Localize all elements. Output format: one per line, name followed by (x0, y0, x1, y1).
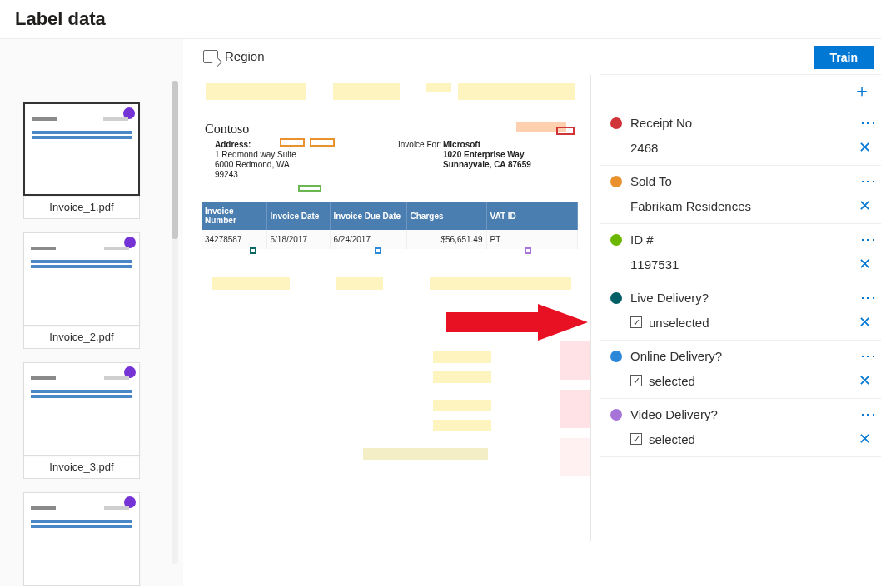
label-item: Online Delivery? ⋮ ✓ selected ✕ (600, 341, 881, 399)
add-label-button[interactable]: ＋ (600, 74, 881, 107)
document-canvas[interactable]: Contoso Address: 1 Redmond way Suite 600… (200, 75, 591, 541)
label-item: Live Delivery? ⋮ ✓ unselected ✕ (600, 282, 881, 341)
more-icon[interactable]: ⋮ (865, 291, 871, 305)
invoice-for-line: Sunnayvale, CA 87659 (443, 160, 531, 169)
more-icon[interactable]: ⋮ (865, 174, 871, 188)
thumbnail-sidebar: Invoice_1.pdf Invoice_2.pdf Invoice_3.pd… (0, 39, 183, 586)
more-icon[interactable]: ⋮ (865, 349, 871, 363)
page-title: Label data (0, 0, 881, 39)
clear-icon[interactable]: ✕ (859, 430, 871, 448)
color-dot-icon (610, 176, 622, 187)
label-value: Fabrikam Residences (630, 199, 852, 213)
plus-icon: ＋ (853, 82, 871, 100)
label-item: Video Delivery? ⋮ ✓ selected ✕ (600, 399, 881, 457)
thumbnail-item[interactable]: Invoice_3.pdf (23, 362, 140, 479)
more-icon[interactable]: ⋮ (865, 232, 871, 247)
document-viewer: Region Contoso Address: 1 Redmond way Su… (183, 39, 600, 586)
thumbnail-caption: Invoice_1.pdf (23, 196, 140, 219)
invoice-table: Invoice Number Invoice Date Invoice Due … (202, 202, 578, 249)
checkbox-icon: ✓ (630, 375, 642, 386)
region-label: Region (225, 49, 265, 63)
thumbnail-item[interactable]: Invoice_1.pdf (23, 102, 140, 219)
color-dot-icon (610, 409, 622, 421)
color-dot-icon (610, 292, 622, 304)
thumbnail-item[interactable]: Invoice_4.pdf (23, 492, 140, 586)
clear-icon[interactable]: ✕ (859, 313, 871, 331)
more-icon[interactable]: ⋮ (865, 407, 871, 421)
thumbnail-caption: Invoice_2.pdf (23, 326, 140, 349)
clear-icon[interactable]: ✕ (859, 371, 871, 390)
invoice-for-line: 1020 Enterprise Way (443, 150, 524, 159)
region-icon (203, 50, 218, 63)
label-name[interactable]: Sold To (630, 174, 857, 188)
color-dot-icon (610, 351, 622, 362)
clear-icon[interactable]: ✕ (859, 197, 871, 215)
clear-icon[interactable]: ✕ (859, 138, 871, 157)
label-value: selected (649, 374, 852, 388)
label-name[interactable]: Online Delivery? (630, 349, 857, 363)
address-label: Address: (215, 140, 251, 149)
address-line: 1 Redmond way Suite (215, 150, 296, 159)
checkbox-icon: ✓ (630, 433, 642, 445)
label-item: Receipt No ⋮ 2468 ✕ (600, 107, 881, 166)
train-button[interactable]: Train (814, 46, 874, 69)
thumbnail-item[interactable]: Invoice_2.pdf (23, 232, 140, 349)
label-name[interactable]: Video Delivery? (630, 407, 857, 421)
more-icon[interactable]: ⋮ (865, 116, 871, 130)
label-name[interactable]: Live Delivery? (630, 291, 857, 305)
label-value: 1197531 (630, 257, 852, 272)
clear-icon[interactable]: ✕ (859, 255, 871, 273)
label-item: Sold To ⋮ Fabrikam Residences ✕ (600, 166, 881, 224)
color-dot-icon (610, 117, 622, 129)
labels-panel: Train ＋ Receipt No ⋮ 2468 ✕ Sold To ⋮ (600, 39, 881, 586)
color-dot-icon (610, 234, 622, 246)
label-item: ID # ⋮ 1197531 ✕ (600, 224, 881, 282)
region-tool[interactable]: Region (200, 44, 583, 75)
invoice-for-label: Invoice For: (398, 140, 441, 149)
label-value: 2468 (630, 141, 852, 155)
invoice-for-name: Microsoft (443, 140, 480, 149)
address-line: 6000 Redmond, WA (215, 160, 290, 169)
checkbox-icon: ✓ (630, 316, 642, 328)
label-name[interactable]: ID # (630, 232, 857, 247)
label-value: unselected (649, 316, 852, 330)
doc-company: Contoso (205, 122, 249, 137)
address-line: 99243 (215, 170, 238, 179)
label-value: selected (649, 432, 852, 446)
scrollbar[interactable] (172, 81, 178, 564)
label-name[interactable]: Receipt No (630, 116, 857, 130)
thumbnail-caption: Invoice_3.pdf (23, 456, 140, 479)
